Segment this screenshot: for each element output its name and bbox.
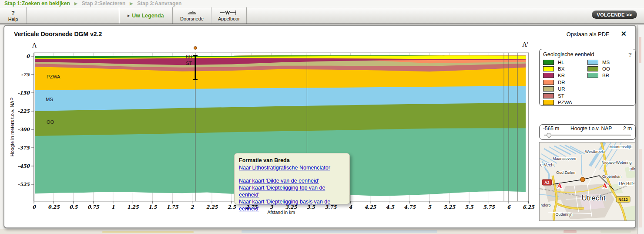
volgende-button[interactable]: VOLGENDE >>	[592, 10, 637, 19]
background-building	[564, 230, 577, 233]
background-map-strip	[0, 229, 644, 234]
y-tick-label: -225	[17, 109, 30, 114]
legend-column-2: MSOOBR	[587, 59, 632, 106]
toolbar-spacer	[27, 7, 119, 24]
map-label-Bilt: Bilt	[630, 167, 635, 171]
tooltip-link-nomenclator[interactable]: Naar Lithostratigrafische Nomenclator	[239, 164, 345, 171]
doorsnede-button[interactable]: Doorsnede	[173, 7, 211, 24]
x-tick-label: 6.25	[523, 204, 535, 210]
legend-code-label: DR	[558, 80, 565, 85]
legend-item-UR[interactable]: UR	[543, 86, 587, 92]
slider-track[interactable]	[543, 133, 632, 137]
background-field	[600, 231, 631, 233]
legend-swatch-MS	[587, 60, 598, 65]
appelboor-button[interactable]: Appelboor	[211, 7, 246, 24]
legend-item-BR[interactable]: BR	[587, 72, 632, 79]
x-tick-label: 5.5	[465, 204, 474, 210]
y-tick-label: -300	[17, 127, 30, 132]
map-label-eVecht: e Vecht	[540, 163, 555, 167]
background-artifact	[639, 149, 642, 227]
map-position-dot[interactable]	[580, 177, 585, 182]
y-tick-label: 0	[26, 54, 30, 59]
legend-swatch-BR	[587, 73, 598, 78]
legend-swatch-ST	[543, 93, 554, 98]
auger-icon	[219, 10, 238, 16]
breadcrumb-step-3[interactable]: Stap 3:Aanvragen	[137, 0, 181, 7]
breadcrumb-arrow-icon: ▶	[74, 1, 77, 6]
background-water	[242, 230, 437, 233]
legend-code-label: BR	[602, 73, 609, 78]
y-tick-label: -525	[17, 182, 30, 187]
slider-handle[interactable]	[547, 133, 551, 138]
legend-item-OO[interactable]: OO	[587, 65, 632, 72]
scrollbar-strip[interactable]	[637, 25, 644, 234]
x-tick-label: 4	[349, 204, 352, 210]
legend-code-label: OO	[602, 66, 610, 71]
tooltip-link-basis[interactable]: Naar kaart 'Diepteligging basis van de e…	[239, 198, 345, 212]
slider-max-label: 2 m	[623, 125, 632, 132]
legend-code-label: PZWA	[558, 100, 572, 105]
legend-swatch-OO	[587, 66, 598, 71]
unit-tooltip: Formatie van Breda Naar Lithostratigrafi…	[234, 153, 350, 204]
legend-item-ST[interactable]: ST	[543, 92, 587, 99]
breadcrumb-arrow-icon: ▶	[130, 1, 133, 6]
x-tick-label: 1.5	[148, 204, 157, 210]
legend-code-label: HL	[558, 60, 564, 65]
x-tick-label: 2.25	[206, 204, 218, 210]
legend-item-MS[interactable]: MS	[587, 59, 632, 65]
tooltip-link-top[interactable]: Naar kaart 'Diepteligging top van de een…	[239, 184, 345, 198]
x-tick-label: 2.5	[228, 204, 236, 210]
help-button[interactable]: ? Help	[0, 7, 26, 24]
toolbar: ? Help ▸ Uw Legenda Doorsnede App	[0, 7, 644, 24]
map-canvas[interactable]: MaartensdijkWestbroekMaarsseveenNieuwe-W…	[540, 142, 636, 221]
map-shield-label: A2	[544, 180, 550, 185]
legend-item-KR[interactable]: KR	[543, 72, 587, 79]
breadcrumb-step-2[interactable]: Stap 2:Selecteren	[82, 0, 126, 7]
legend-item-BX[interactable]: BX	[543, 65, 587, 72]
x-tick-label: 0	[32, 204, 36, 210]
x-tick-label: 0.5	[69, 204, 78, 210]
map-label-NieuweWetering: Nieuwe-Wetering	[602, 160, 632, 165]
x-tick-label: 1.25	[127, 204, 139, 210]
breadcrumb-step-1[interactable]: Stap 1:Zoeken en bekijken	[4, 0, 70, 7]
endpoint-a-label: A	[32, 42, 37, 49]
legend-item-PZWA[interactable]: PZWA	[543, 99, 587, 105]
unit-label-KR: KR	[186, 54, 192, 59]
page-root: Stap 1:Zoeken en bekijken ▶ Stap 2:Selec…	[0, 0, 644, 234]
slider-line	[544, 135, 631, 136]
map-label-OudZuilen: Oud Zuilen	[556, 170, 575, 175]
map-label-Oudenrijn: Oudenrijn	[555, 212, 572, 217]
legend-help-icon[interactable]: ?	[628, 51, 632, 58]
map-label-Maarsseveen: Maarsseveen	[553, 156, 576, 161]
y-tick-label: -375	[17, 145, 30, 151]
uw-legenda-button[interactable]: ▸ Uw Legenda	[119, 7, 172, 24]
map-marker-a: A	[557, 182, 562, 190]
cross-section-dialog: Verticale Doorsnede DGM v2.2 Opslaan als…	[3, 25, 636, 228]
position-marker-dot[interactable]	[194, 47, 197, 49]
unit-label-MS: MS	[46, 97, 53, 102]
endpoint-a-prime-label: A'	[522, 41, 529, 48]
tooltip-title: Formatie van Breda	[239, 157, 345, 163]
x-tick-label: 0.75	[87, 204, 100, 210]
legend-swatch-BX	[543, 66, 554, 71]
x-tick-label: 5	[428, 204, 432, 210]
location-map[interactable]: MaartensdijkWestbroekMaarsseveenNieuwe-W…	[539, 142, 636, 221]
tooltip-link-dikte[interactable]: Naar kaart 'Dikte van de eenheid'	[239, 177, 345, 184]
appelboor-label: Appelboor	[218, 16, 240, 21]
background-artifact	[639, 37, 641, 63]
x-tick-label: 1.75	[167, 204, 179, 210]
map-shield-label: N412	[618, 197, 628, 202]
legend-item-HL[interactable]: HL	[543, 59, 587, 65]
chevron-right-icon: ▸	[127, 13, 130, 18]
unit-label-OO: OO	[47, 119, 54, 125]
map-label-Utrecht: Utrecht	[582, 194, 606, 202]
legend-swatch-HL	[543, 60, 554, 65]
y-tick-label: -150	[17, 90, 30, 96]
legend-item-DR[interactable]: DR	[543, 79, 587, 85]
x-tick-label: 5.25	[443, 204, 456, 210]
y-tick-label: -450	[17, 163, 30, 169]
legend-panel: Geologische eenheid ? HLBXKRDRURSTPZWA M…	[539, 49, 636, 106]
legend-code-label: BX	[558, 66, 564, 71]
uw-legenda-label: Uw Legenda	[132, 13, 164, 19]
unit-label-PZWA: PZWA	[47, 74, 60, 79]
